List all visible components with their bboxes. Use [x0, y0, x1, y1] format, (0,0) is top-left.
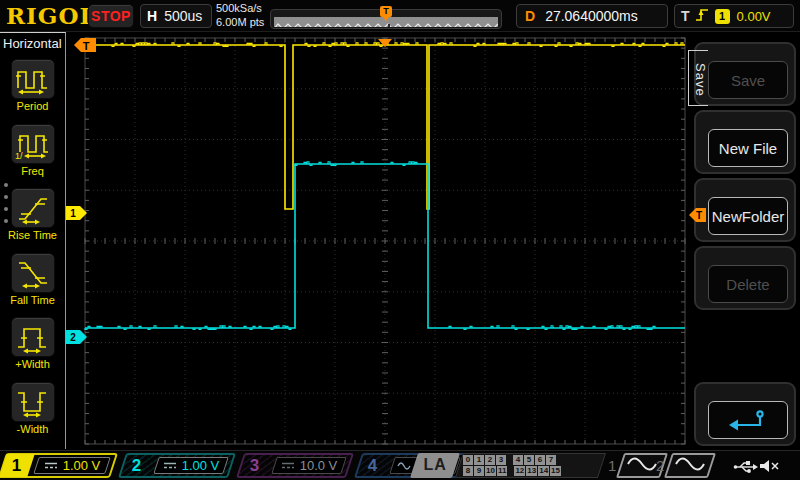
digital-channel-3: 3	[496, 455, 506, 465]
menu-slot: Delete	[694, 246, 796, 310]
menu-slot: Save	[694, 42, 796, 106]
usb-icon	[732, 459, 758, 478]
svg-text:1/: 1/	[15, 151, 23, 160]
horizontal-measure-menu: Horizontal Period1/FreqRise TimeFall Tim…	[0, 32, 66, 449]
digital-channel-14: 14	[538, 466, 549, 476]
channel-scale-value: 1.00 V	[63, 458, 101, 473]
oscilloscope-screen: RIGOL STOP H 500us 500kSa/s 6.00M pts T …	[0, 0, 800, 480]
menu-item-rise-time[interactable]: Rise Time	[0, 188, 65, 241]
sine-icon	[626, 456, 658, 476]
menu-item-label: +Width	[0, 358, 65, 370]
ch2-trace	[85, 162, 685, 330]
menu-item-label: -Width	[0, 423, 65, 435]
channel-1-status[interactable]: 11.00 V	[0, 453, 118, 478]
memory-depth: 6.00M pts	[216, 16, 264, 30]
delay-value: 27.0640000ms	[545, 8, 638, 24]
menu-item-freq[interactable]: 1/Freq	[0, 124, 65, 177]
ch2-zero-marker: 2	[66, 330, 87, 344]
menu-slot	[694, 382, 796, 446]
digital-channel-5: 5	[524, 455, 534, 465]
menu-item--width[interactable]: +Width	[0, 317, 65, 370]
digital-channel-2: 2	[485, 455, 495, 465]
h-label: H	[147, 8, 157, 24]
channel-scale-box: 1.00 V	[33, 457, 111, 474]
dc-coupling-icon	[281, 461, 295, 470]
svg-text:T: T	[83, 40, 90, 52]
delete-button[interactable]: Delete	[708, 265, 788, 303]
channel-scale-value: 1.00 V	[182, 458, 220, 473]
sample-rate: 500kSa/s	[216, 2, 264, 16]
channel-2-status[interactable]: 21.00 V	[118, 453, 236, 478]
source-2-waveform[interactable]	[664, 453, 716, 478]
menu-item-fall-time[interactable]: Fall Time	[0, 253, 65, 306]
page-dot	[4, 183, 8, 187]
newfolder-button[interactable]: NewFolder	[708, 197, 788, 235]
page-dot	[4, 219, 8, 223]
bottom-status-bar: 11.00 V21.00 V310.0 V420.0 A LA 01234567…	[0, 450, 800, 480]
delay-readout-box[interactable]: D 27.0640000ms	[516, 4, 668, 28]
ch1-zero-marker: 1	[66, 206, 87, 220]
channel-scale-value: 10.0 V	[300, 458, 338, 473]
channel-number: 2	[132, 456, 141, 476]
acquisition-info: 500kSa/s 6.00M pts	[216, 2, 264, 29]
channel-number: 4	[368, 456, 377, 476]
freq-icon[interactable]: 1/	[11, 124, 55, 164]
trigger-level-value: 0.00V	[737, 9, 771, 24]
rising-edge-icon	[695, 7, 710, 26]
source-1-label: 1	[608, 457, 616, 474]
return-button[interactable]	[708, 401, 788, 439]
page-dot	[4, 207, 8, 211]
digital-channel-6: 6	[535, 455, 545, 465]
logic-analyzer-tag[interactable]: LA	[410, 453, 460, 478]
preview-trigger-tag[interactable]: T	[380, 6, 392, 17]
run-stop-status[interactable]: STOP	[88, 4, 134, 28]
svg-text:1: 1	[70, 208, 76, 219]
menu-item--width[interactable]: -Width	[0, 382, 65, 435]
minus-width-icon[interactable]	[11, 382, 55, 422]
timebase-value: 500us	[164, 8, 202, 24]
menu-slot: New File	[694, 110, 796, 174]
digital-channel-10: 10	[485, 466, 496, 476]
digital-channel-0: 0	[463, 455, 473, 465]
page-dot	[4, 195, 8, 199]
digital-channel-1: 1	[474, 455, 484, 465]
horizontal-timebase-box[interactable]: H 500us	[140, 4, 212, 28]
trigger-readout-box[interactable]: T 1 0.00V	[674, 4, 794, 28]
digital-channel-15: 15	[550, 466, 561, 476]
speaker-muted-icon	[758, 458, 780, 478]
menu-item-period[interactable]: Period	[0, 59, 65, 112]
plus-width-icon[interactable]	[11, 317, 55, 357]
menu-item-label: Period	[0, 100, 65, 112]
left-menu-title: Horizontal	[3, 36, 62, 51]
sine-icon	[674, 456, 706, 476]
digital-channel-4: 4	[513, 455, 523, 465]
dc-coupling-icon	[163, 461, 177, 470]
logic-analyzer-channels[interactable]: 0123456789101112131415	[455, 453, 606, 478]
channel-number: 3	[250, 456, 259, 476]
menu-item-label: Fall Time	[0, 294, 65, 306]
source-2-label: 2	[656, 457, 664, 474]
channel-scale-box: 10.0 V	[271, 457, 347, 474]
ch1-trace	[85, 43, 685, 209]
save-button[interactable]: Save	[708, 61, 788, 99]
digital-channel-13: 13	[526, 466, 537, 476]
digital-channel-11: 11	[497, 466, 507, 476]
ac-coupling-icon	[397, 461, 411, 471]
rise-time-icon[interactable]	[11, 188, 55, 228]
la-label: LA	[414, 453, 456, 477]
period-icon[interactable]	[11, 59, 55, 99]
trigger-source-badge: 1	[715, 9, 730, 24]
preview-trigger-tick	[388, 24, 390, 27]
svg-text:2: 2	[70, 332, 76, 343]
trigger-time-flag: T	[74, 38, 96, 52]
waveform-display: T12T	[0, 0, 800, 480]
t-label: T	[681, 8, 690, 24]
channel-scale-box: 1.00 V	[153, 457, 229, 474]
fall-time-icon[interactable]	[11, 253, 55, 293]
preview-waveform	[274, 21, 498, 27]
new-file-button[interactable]: New File	[708, 129, 788, 167]
digital-channel-7: 7	[546, 455, 556, 465]
waveform-preview-strip[interactable]: T	[270, 9, 502, 29]
save-menu-tab[interactable]: Save	[688, 50, 708, 106]
channel-3-status[interactable]: 310.0 V	[236, 453, 354, 478]
